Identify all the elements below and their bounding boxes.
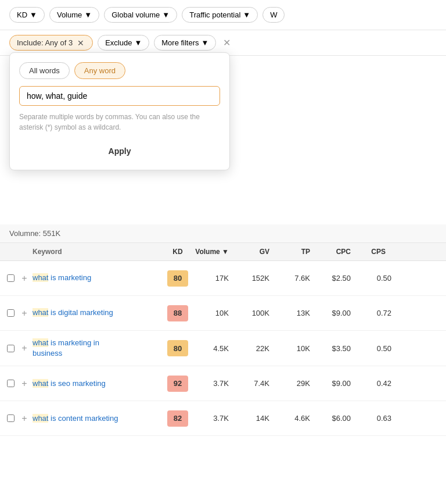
keyword-cell[interactable]: what is marketing [33, 273, 163, 283]
row-add-button[interactable]: + [16, 308, 33, 319]
row-checkbox-input[interactable] [7, 345, 15, 352]
volume-cell: 10K [193, 309, 233, 317]
kd-value: 88 [167, 305, 188, 321]
apply-button[interactable]: Apply [19, 142, 220, 160]
kd-col-header[interactable]: KD [163, 248, 193, 256]
table-header-row: Keyword KD Volume ▼ GV TP CPC CPS [0, 243, 446, 261]
volume-cell: 3.7K [193, 414, 233, 423]
row-checkbox[interactable] [0, 380, 16, 387]
kd-badge: 80 [163, 340, 193, 356]
cpc-cell: $2.50 [315, 274, 355, 283]
global-volume-chevron-icon: ▼ [162, 10, 170, 19]
row-add-button[interactable]: + [16, 343, 33, 353]
traffic-potential-chevron-icon: ▼ [243, 10, 250, 19]
kd-filter-pill[interactable]: KD ▼ [9, 7, 45, 23]
info-bar: Volumne: 551K [0, 224, 446, 243]
cps-col-header: CPS [355, 248, 390, 256]
global-volume-label: Global volume [112, 10, 160, 19]
row-checkbox-input[interactable] [7, 380, 15, 387]
cpc-cell: $9.00 [315, 309, 355, 317]
row-checkbox-input[interactable] [7, 309, 15, 317]
volume-label: Volume [57, 10, 82, 19]
tp-cell: 13K [274, 309, 315, 317]
row-checkbox[interactable] [0, 345, 16, 352]
volume-cell: 17K [193, 274, 233, 283]
volume-col-header[interactable]: Volume ▼ [193, 248, 233, 256]
tp-col-header: TP [274, 248, 315, 256]
table-row: +what is content marketing823.7K14K4.6K$… [0, 401, 446, 436]
keyword-col-header: Keyword [33, 248, 163, 256]
row-checkbox-input[interactable] [7, 274, 15, 282]
gv-cell: 7.4K [233, 379, 274, 388]
gv-cell: 152K [233, 274, 274, 283]
keyword-cell[interactable]: what is content marketing [33, 413, 163, 424]
more-filters-chevron-icon: ▼ [202, 38, 209, 47]
volume-cell: 4.5K [193, 344, 233, 353]
w-filter-pill[interactable]: W [262, 7, 285, 23]
info-bar-text: Volumne: 551K [9, 229, 60, 238]
gv-cell: 100K [233, 309, 274, 317]
exclude-label: Exclude [105, 38, 132, 47]
cps-cell: 0.63 [355, 414, 396, 423]
kd-chevron-icon: ▼ [30, 10, 37, 19]
cps-cell: 0.50 [355, 344, 396, 353]
volume-cell: 3.7K [193, 379, 233, 388]
keyword-cell[interactable]: what is digital marketing [33, 308, 163, 318]
include-filter-popup: All words Any word Separate multiple wor… [9, 52, 230, 170]
kd-value: 80 [167, 340, 188, 356]
keyword-cell[interactable]: what is marketing inbusiness [33, 338, 163, 359]
row-checkbox[interactable] [0, 414, 16, 422]
tp-cell: 7.6K [274, 274, 315, 283]
table-row: +what is marketing8017K152K7.6K$2.500.50 [0, 261, 446, 296]
row-add-button[interactable]: + [16, 413, 33, 424]
tp-cell: 29K [274, 379, 315, 388]
cps-cell: 0.50 [355, 274, 396, 283]
cps-cell: 0.72 [355, 309, 396, 317]
kd-badge: 92 [163, 376, 193, 392]
row-checkbox[interactable] [0, 309, 16, 317]
global-volume-filter-pill[interactable]: Global volume ▼ [104, 7, 177, 23]
row-checkbox-input[interactable] [7, 414, 15, 422]
table-row: +what is seo marketing923.7K7.4K29K$9.00… [0, 366, 446, 401]
include-label: Include: Any of 3 [17, 38, 73, 47]
row-checkbox[interactable] [0, 274, 16, 282]
volume-chevron-icon: ▼ [84, 10, 92, 19]
more-filters-label: More filters [161, 38, 199, 47]
exclude-filter-pill[interactable]: Exclude ▼ [98, 35, 149, 51]
volume-filter-pill[interactable]: Volume ▼ [49, 7, 99, 23]
filter-bar-row1: KD ▼ Volume ▼ Global volume ▼ Traffic po… [0, 0, 446, 30]
gv-cell: 22K [233, 344, 274, 353]
keyword-table-body: +what is marketing8017K152K7.6K$2.500.50… [0, 261, 446, 436]
cpc-col-header: CPC [315, 248, 355, 256]
include-close-button[interactable]: ✕ [76, 39, 85, 47]
table-row: +what is marketing inbusiness804.5K22K10… [0, 331, 446, 366]
traffic-potential-label: Traffic potential [189, 10, 240, 19]
include-pill[interactable]: Include: Any of 3 ✕ [9, 35, 93, 51]
kd-badge: 80 [163, 270, 193, 287]
kd-value: 80 [167, 270, 188, 287]
kd-badge: 88 [163, 305, 193, 321]
gv-col-header: GV [233, 248, 274, 256]
tp-cell: 4.6K [274, 414, 315, 423]
keyword-cell[interactable]: what is seo marketing [33, 378, 163, 389]
kd-value: 92 [167, 376, 188, 392]
gv-cell: 14K [233, 414, 274, 423]
filter-keywords-input[interactable] [19, 86, 220, 106]
cpc-cell: $3.50 [315, 344, 355, 353]
clear-all-button[interactable]: ✕ [221, 35, 233, 51]
kd-badge: 82 [163, 410, 193, 427]
tp-cell: 10K [274, 344, 315, 353]
cpc-cell: $6.00 [315, 414, 355, 423]
kd-value: 82 [167, 410, 188, 427]
more-filters-pill[interactable]: More filters ▼ [154, 35, 216, 51]
popup-tab-group: All words Any word [19, 62, 220, 79]
cps-cell: 0.42 [355, 379, 396, 388]
popup-hint-text: Separate multiple words by commas. You c… [19, 112, 220, 133]
any-word-tab[interactable]: Any word [74, 62, 125, 79]
cpc-cell: $9.00 [315, 379, 355, 388]
traffic-potential-filter-pill[interactable]: Traffic potential ▼ [182, 7, 258, 23]
row-add-button[interactable]: + [16, 273, 33, 284]
kd-label: KD [17, 10, 27, 19]
row-add-button[interactable]: + [16, 378, 33, 389]
all-words-tab[interactable]: All words [19, 62, 70, 79]
